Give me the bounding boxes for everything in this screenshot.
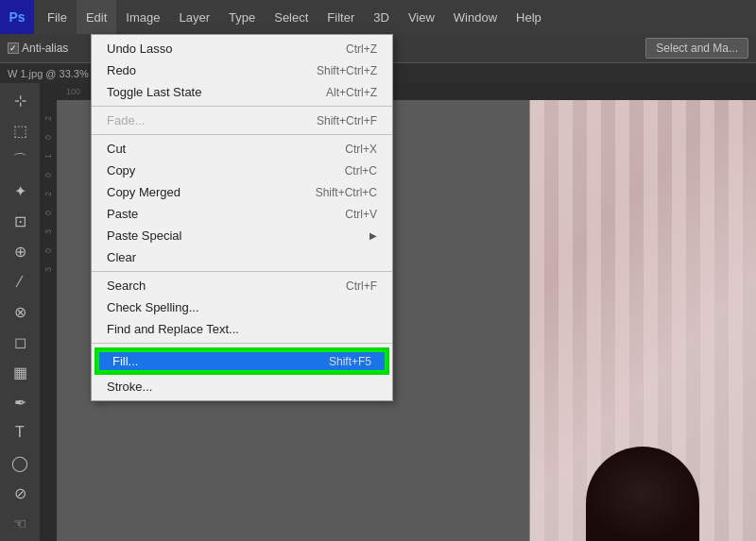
- menu-item-paste-shortcut: Ctrl+V: [345, 208, 377, 221]
- menu-item-toggle-label: Toggle Last State: [107, 85, 201, 99]
- ruler-num-4: 0: [43, 159, 53, 178]
- menu-item-paste[interactable]: Paste Ctrl+V: [92, 203, 392, 225]
- tool-brush[interactable]: ∕: [5, 268, 35, 296]
- menu-item-fade-label: Fade...: [107, 113, 145, 127]
- ruler-num-1: 2: [43, 102, 53, 121]
- tool-spot-heal[interactable]: ⊕: [5, 238, 35, 266]
- ruler-num-3: 1: [43, 140, 53, 159]
- menu-item-search-label: Search: [107, 279, 146, 293]
- menu-item-undo-lasso-shortcut: Ctrl+Z: [346, 42, 377, 56]
- menu-item-fill[interactable]: Fill... Shift+F5: [97, 350, 387, 372]
- menu-item-copy-merged[interactable]: Copy Merged Shift+Ctrl+C: [92, 181, 392, 203]
- menu-item-paste-special[interactable]: Paste Special ▶: [92, 225, 392, 246]
- menu-item-fill-shortcut: Shift+F5: [329, 355, 371, 368]
- menu-item-check-spelling-label: Check Spelling...: [107, 300, 199, 314]
- menu-item-search-shortcut: Ctrl+F: [346, 279, 377, 293]
- menu-item-paste-label: Paste: [107, 207, 138, 221]
- anti-alias-label: Anti-alias: [22, 42, 68, 55]
- menu-item-check-spelling[interactable]: Check Spelling...: [92, 296, 392, 318]
- menu-item-cut[interactable]: Cut Ctrl+X: [92, 138, 392, 160]
- anti-alias-checkbox[interactable]: [8, 42, 19, 54]
- menu-window[interactable]: Window: [444, 0, 507, 34]
- edit-menu-section-4: Search Ctrl+F Check Spelling... Find and…: [92, 272, 392, 344]
- tool-text[interactable]: T: [5, 418, 35, 447]
- menu-item-stroke[interactable]: Stroke...: [92, 376, 392, 397]
- menu-item-copy-shortcut: Ctrl+C: [345, 164, 377, 178]
- ruler-num-8: 0: [43, 234, 53, 253]
- tool-hand[interactable]: ☜: [5, 509, 35, 537]
- menu-item-find-replace[interactable]: Find and Replace Text...: [92, 318, 392, 340]
- edit-dropdown-menu: Undo Lasso Ctrl+Z Redo Shift+Ctrl+Z Togg…: [91, 34, 393, 401]
- tool-eyedropper[interactable]: ⊘: [5, 479, 35, 507]
- edit-menu-section-1: Undo Lasso Ctrl+Z Redo Shift+Ctrl+Z Togg…: [92, 35, 392, 107]
- menu-item-fill-label: Fill...: [112, 354, 138, 368]
- menu-item-toggle-last-state[interactable]: Toggle Last State Alt+Ctrl+Z: [92, 81, 392, 103]
- tool-gradient[interactable]: ▦: [5, 358, 35, 386]
- edit-menu-section-5: Fill... Shift+F5 Stroke...: [92, 344, 392, 400]
- tool-move[interactable]: ⊹: [5, 87, 35, 115]
- menu-item-clear[interactable]: Clear: [92, 246, 392, 268]
- menu-item-copy-merged-shortcut: Shift+Ctrl+C: [316, 186, 377, 199]
- menu-3d[interactable]: 3D: [364, 0, 399, 34]
- menu-item-toggle-shortcut: Alt+Ctrl+Z: [326, 86, 377, 99]
- edit-menu-section-2: Fade... Shift+Ctrl+F: [92, 107, 392, 135]
- menu-item-cut-shortcut: Ctrl+X: [345, 143, 377, 156]
- tool-clone[interactable]: ⊗: [5, 298, 35, 327]
- tool-crop[interactable]: ⊡: [5, 208, 35, 236]
- tool-lasso[interactable]: ⌒: [5, 147, 35, 176]
- ruler-num-9: 3: [43, 253, 53, 272]
- menu-item-cut-label: Cut: [107, 142, 126, 156]
- menu-item-copy[interactable]: Copy Ctrl+C: [92, 160, 392, 181]
- tool-pen[interactable]: ✒: [5, 388, 35, 416]
- menu-item-redo[interactable]: Redo Shift+Ctrl+Z: [92, 59, 392, 81]
- menu-file[interactable]: File: [38, 0, 77, 34]
- ruler-num-7: 3: [43, 215, 53, 234]
- menu-view[interactable]: View: [399, 0, 444, 34]
- tool-marquee[interactable]: ⬚: [5, 117, 35, 145]
- menu-filter[interactable]: Filter: [318, 0, 364, 34]
- ruler-num-2: 0: [43, 121, 53, 140]
- menu-item-copy-merged-label: Copy Merged: [107, 185, 180, 199]
- menu-item-paste-special-label: Paste Special: [107, 228, 182, 243]
- tool-eraser[interactable]: ◻: [5, 329, 35, 357]
- left-toolbar: ⊹ ⬚ ⌒ ✦ ⊡ ⊕ ∕ ⊗ ◻ ▦ ✒ T ◯ ⊘ ☜: [0, 83, 40, 541]
- menu-item-search[interactable]: Search Ctrl+F: [92, 275, 392, 296]
- select-mask-button[interactable]: Select and Ma...: [645, 38, 748, 59]
- submenu-arrow-paste-special: ▶: [369, 230, 377, 241]
- menu-item-fade-shortcut: Shift+Ctrl+F: [317, 114, 377, 127]
- left-ruler: 2 0 1 0 2 0 3 0 3: [40, 83, 57, 541]
- menu-help[interactable]: Help: [507, 0, 551, 34]
- menu-item-stroke-label: Stroke...: [107, 380, 152, 394]
- menu-item-find-replace-label: Find and Replace Text...: [107, 322, 239, 336]
- ruler-num-5: 2: [43, 178, 53, 196]
- menu-layer[interactable]: Layer: [170, 0, 220, 34]
- menu-item-undo-lasso[interactable]: Undo Lasso Ctrl+Z: [92, 38, 392, 59]
- menu-item-redo-shortcut: Shift+Ctrl+Z: [317, 64, 377, 77]
- edit-menu-section-3: Cut Ctrl+X Copy Ctrl+C Copy Merged Shift…: [92, 135, 392, 272]
- ps-logo: Ps: [0, 0, 34, 34]
- menu-type[interactable]: Type: [219, 0, 265, 34]
- menu-item-undo-lasso-label: Undo Lasso: [107, 42, 172, 56]
- menu-item-clear-label: Clear: [107, 250, 136, 264]
- menu-select[interactable]: Select: [265, 0, 318, 34]
- fill-highlight-border: Fill... Shift+F5: [94, 347, 389, 375]
- menu-items: File Edit Image Layer Type Select Filter…: [38, 0, 551, 34]
- menu-image[interactable]: Image: [116, 0, 169, 34]
- tool-shape[interactable]: ◯: [5, 448, 35, 477]
- tool-magic-wand[interactable]: ✦: [5, 178, 35, 206]
- ruler-num-6: 0: [43, 196, 53, 215]
- menu-item-redo-label: Redo: [107, 63, 136, 77]
- menu-item-copy-label: Copy: [107, 163, 135, 178]
- menu-item-fade[interactable]: Fade... Shift+Ctrl+F: [92, 110, 392, 131]
- menu-bar: Ps File Edit Image Layer Type Select Fil…: [0, 0, 756, 34]
- menu-edit[interactable]: Edit: [77, 0, 116, 34]
- anti-alias-section: Anti-alias: [8, 42, 68, 55]
